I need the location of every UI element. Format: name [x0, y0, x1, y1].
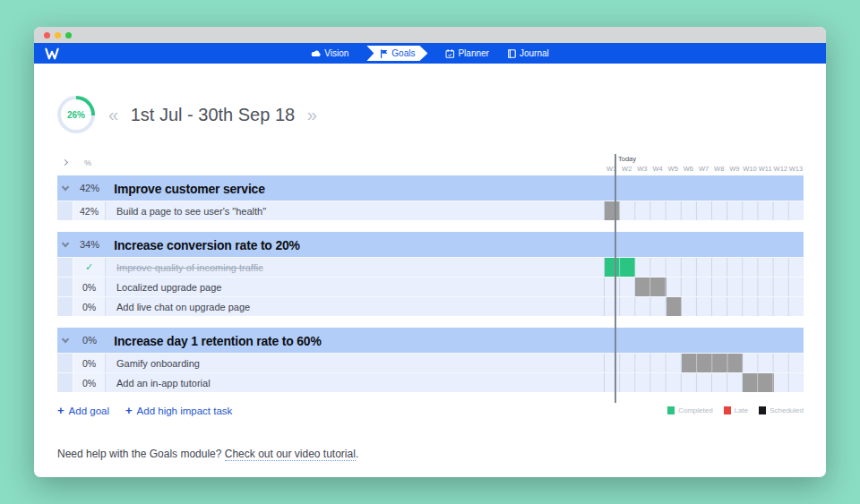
goal-title: Increase conversion rate to 20% — [106, 237, 569, 252]
week-label: W8 — [711, 165, 727, 173]
goal-percent: 0% — [73, 335, 106, 346]
week-label: W5 — [666, 165, 681, 173]
task-indent-cell — [57, 373, 73, 392]
task-row[interactable]: 42%Build a page to see user's "health" — [57, 201, 804, 220]
period-progress-value: 26% — [57, 96, 95, 133]
week-label: W6 — [681, 165, 696, 173]
gantt-bar[interactable] — [605, 258, 635, 277]
week-label: W4 — [649, 165, 665, 173]
tab-label: Planner — [458, 48, 488, 58]
task-title: Add an in-app tutorial — [106, 373, 604, 392]
add-goal-label: Add goal — [69, 406, 109, 416]
task-row[interactable]: 0%Add an in-app tutorial — [57, 372, 804, 392]
gantt-bar[interactable] — [743, 373, 773, 392]
zoom-window-button[interactable] — [65, 32, 72, 38]
help-text-prefix: Need help with the Goals module? — [57, 448, 225, 460]
gantt-bar[interactable] — [635, 278, 666, 296]
goals-board: % Today W1W2W3W4W5W6W7W8W9W10W11W12W13 4… — [57, 154, 804, 417]
today-marker-line — [615, 154, 616, 403]
tab-planner[interactable]: Planner — [445, 48, 488, 58]
gantt-bar[interactable] — [605, 201, 620, 220]
tab-label: Goals — [391, 48, 415, 58]
add-task-label: Add high impact task — [137, 406, 233, 416]
minimize-window-button[interactable] — [55, 32, 61, 38]
goals-page: 26% « 1st Jul - 30th Sep 18 » % Today W1… — [34, 64, 826, 460]
chevron-down-icon[interactable] — [62, 183, 69, 190]
period-header: 26% « 1st Jul - 30th Sep 18 » — [57, 96, 803, 133]
tab-goals[interactable]: Goals — [366, 46, 427, 61]
goal-title: Improve customer service — [106, 181, 569, 196]
goal-row[interactable]: 42%Improve customer service — [57, 175, 804, 201]
week-label: W11 — [758, 165, 773, 173]
goals-container: 42%Improve customer service42%Build a pa… — [57, 175, 804, 392]
goal-row[interactable]: 34%Increase conversion rate to 20% — [57, 232, 804, 257]
video-tutorial-link[interactable]: Check out our video tutorial — [225, 448, 356, 461]
task-row[interactable]: 0%Add live chat on upgrade page — [57, 296, 804, 316]
expand-all-icon[interactable] — [62, 159, 68, 166]
add-high-impact-task-button[interactable]: + Add high impact task — [125, 404, 232, 417]
tab-vision[interactable]: Vision — [311, 48, 348, 58]
task-gantt-cell — [604, 297, 804, 316]
task-percent: 0% — [73, 373, 106, 392]
previous-period-icon[interactable]: « — [108, 105, 118, 124]
task-percent: 0% — [73, 354, 106, 372]
goal-gantt-area — [604, 175, 804, 201]
goal-section: 34%Increase conversion rate to 20%✓Impro… — [57, 232, 804, 316]
task-indent-cell — [57, 258, 73, 277]
task-indent-cell — [57, 297, 73, 316]
week-header-row: W1W2W3W4W5W6W7W8W9W10W11W12W13 — [604, 165, 804, 173]
chevron-down-icon[interactable] — [62, 239, 69, 246]
task-gantt-cell — [604, 354, 804, 372]
plus-icon: + — [125, 404, 133, 417]
tab-label: Journal — [520, 48, 549, 58]
goal-row[interactable]: 0%Increase day 1 retention rate to 60% — [57, 328, 804, 353]
top-navbar: Vision Goals Planner Journal — [34, 43, 826, 64]
legend-label: Late — [735, 406, 749, 414]
goal-section: 42%Improve customer service42%Build a pa… — [57, 175, 804, 220]
legend-item: Late — [724, 406, 749, 414]
close-window-button[interactable] — [44, 32, 50, 38]
period-progress-ring: 26% — [57, 96, 95, 133]
task-title: Add live chat on upgrade page — [106, 297, 604, 316]
task-gantt-cell — [604, 201, 804, 220]
task-gantt-cell — [604, 373, 804, 392]
period-title: « 1st Jul - 30th Sep 18 » — [108, 105, 317, 125]
window-titlebar — [34, 27, 826, 43]
next-period-icon[interactable]: » — [307, 105, 317, 124]
today-label: Today — [618, 155, 636, 163]
week-label: W12 — [773, 165, 788, 173]
chevron-down-icon[interactable] — [62, 335, 69, 342]
gantt-bar[interactable] — [682, 354, 744, 372]
task-title: Localized upgrade page — [106, 278, 604, 296]
legend-swatch — [759, 406, 766, 414]
week-label: W7 — [696, 165, 711, 173]
tab-label: Vision — [324, 48, 348, 58]
app-window: Vision Goals Planner Journal — [34, 27, 826, 477]
percent-column-header: % — [84, 158, 91, 167]
nav-tabs: Vision Goals Planner Journal — [311, 46, 548, 61]
collapse-chevron-wrap — [57, 339, 73, 342]
task-title: Build a page to see user's "health" — [106, 201, 604, 220]
legend-item: Completed — [667, 406, 713, 414]
gantt-bar[interactable] — [666, 297, 682, 316]
task-row[interactable]: 0%Gamify onboarding — [57, 353, 804, 372]
board-footer: + Add goal + Add high impact task Comple… — [57, 404, 804, 417]
goal-gantt-area — [604, 232, 804, 257]
app-logo-icon[interactable] — [45, 47, 59, 60]
flag-icon — [380, 49, 388, 58]
task-title: Gamify onboarding — [106, 354, 604, 372]
legend-label: Scheduled — [770, 406, 804, 414]
task-row[interactable]: ✓Improve quality of incoming traffic — [57, 257, 804, 277]
add-goal-button[interactable]: + Add goal — [57, 404, 109, 417]
goal-section: 0%Increase day 1 retention rate to 60%0%… — [57, 328, 804, 392]
plus-icon: + — [57, 404, 64, 417]
legend-swatch — [667, 406, 675, 414]
task-complete-check: ✓ — [73, 258, 106, 277]
collapse-chevron-wrap — [57, 243, 73, 246]
task-row[interactable]: 0%Localized upgrade page — [57, 277, 804, 296]
task-percent: 0% — [73, 278, 106, 296]
task-percent: 42% — [73, 201, 106, 220]
journal-icon — [507, 49, 516, 58]
tab-journal[interactable]: Journal — [507, 48, 549, 58]
goal-title: Increase day 1 retention rate to 60% — [106, 333, 569, 348]
